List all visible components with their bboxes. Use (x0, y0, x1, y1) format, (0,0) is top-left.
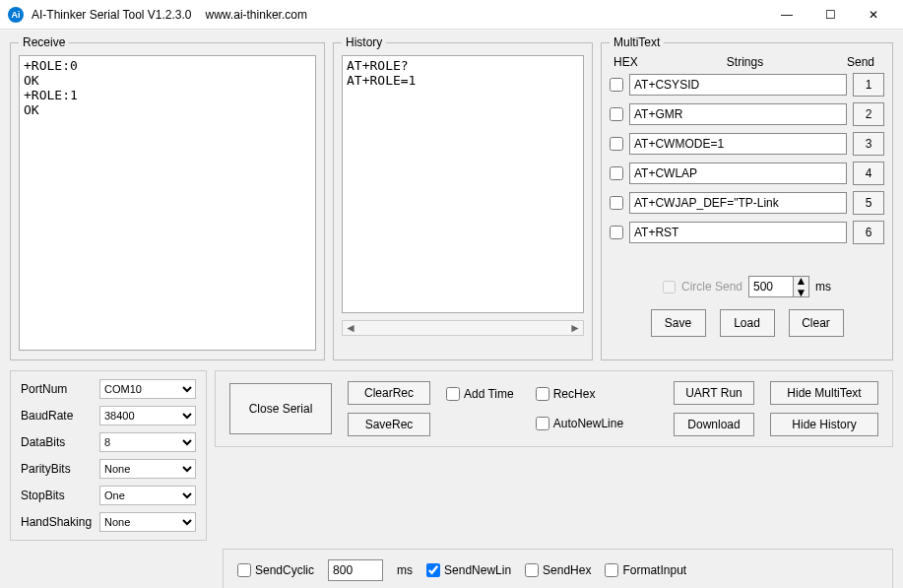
multitext-cmd-input[interactable] (629, 222, 847, 243)
handshaking-select[interactable]: None (99, 512, 196, 532)
multitext-row: 5 (610, 191, 884, 215)
saverec-button[interactable]: SaveRec (348, 413, 430, 436)
multitext-hex-checkbox[interactable] (610, 78, 623, 92)
stopbits-label: StopBits (21, 489, 94, 502)
multitext-row: 6 (610, 221, 884, 244)
rechex-label: RecHex (553, 387, 596, 401)
multitext-cmd-input[interactable] (629, 103, 847, 125)
history-scrollbar[interactable]: ◄► (342, 320, 584, 336)
multitext-head-hex: HEX (613, 55, 649, 69)
databits-label: DataBits (21, 435, 94, 449)
history-textarea[interactable]: AT+ROLE? AT+ROLE=1 (342, 55, 584, 313)
portnum-select[interactable]: COM10 (99, 379, 196, 399)
clearrec-button[interactable]: ClearRec (348, 381, 430, 405)
send-panel: SendCyclic ms SendNewLin SendHex FormatI… (223, 549, 893, 588)
download-button[interactable]: Download (674, 413, 754, 436)
sendhex-checkbox[interactable] (525, 563, 539, 577)
circle-send-unit: ms (815, 280, 831, 294)
handshaking-label: HandShaking (21, 515, 94, 529)
sendnewlin-checkbox[interactable] (426, 563, 440, 577)
sendcyclic-value[interactable] (328, 559, 383, 581)
multitext-hex-checkbox[interactable] (610, 196, 623, 210)
multitext-cmd-input[interactable] (629, 74, 847, 96)
multitext-panel: MultiText HEX Strings Send 123456 Circle… (601, 35, 893, 360)
hide-history-button[interactable]: Hide History (770, 413, 878, 436)
baudrate-select[interactable]: 38400 (99, 406, 196, 425)
multitext-head-send: Send (841, 55, 880, 69)
paritybits-label: ParityBits (21, 462, 94, 476)
multitext-hex-checkbox[interactable] (610, 166, 623, 180)
multitext-row: 2 (610, 102, 884, 126)
multitext-clear-button[interactable]: Clear (789, 309, 844, 337)
multitext-cmd-input[interactable] (629, 163, 847, 184)
multitext-row: 1 (610, 73, 884, 97)
multitext-send-button[interactable]: 2 (853, 102, 884, 126)
autonewline-checkbox[interactable] (536, 417, 549, 430)
title-bar: Ai AI-Thinker Serial Tool V1.2.3.0 www.a… (0, 0, 903, 30)
maximize-button[interactable]: ☐ (808, 0, 852, 30)
multitext-save-button[interactable]: Save (651, 309, 706, 337)
multitext-hex-checkbox[interactable] (610, 226, 623, 239)
circle-send-label: Circle Send (681, 280, 742, 294)
multitext-send-button[interactable]: 6 (853, 221, 884, 244)
circle-send-spinner[interactable]: ▲▼ (748, 276, 809, 297)
multitext-row: 3 (610, 132, 884, 156)
formatinput-checkbox[interactable] (605, 563, 618, 577)
scroll-right-icon[interactable]: ► (569, 321, 581, 335)
paritybits-select[interactable]: None (99, 459, 196, 479)
circle-send-checkbox[interactable] (663, 281, 676, 294)
sendcyclic-checkbox[interactable] (237, 563, 251, 577)
multitext-send-button[interactable]: 4 (853, 162, 884, 185)
sendcyclic-label: SendCyclic (255, 563, 314, 577)
close-window-button[interactable]: ✕ (852, 0, 895, 30)
multitext-cmd-input[interactable] (629, 192, 847, 214)
formatinput-label: FormatInput (622, 563, 686, 577)
sendhex-label: SendHex (543, 563, 591, 577)
multitext-cmd-input[interactable] (629, 133, 847, 155)
autonewline-label: AutoNewLine (553, 417, 623, 430)
multitext-legend: MultiText (610, 35, 664, 49)
control-panel: Close Serial ClearRec SaveRec Add Time R… (215, 370, 893, 447)
sendcyclic-unit: ms (397, 563, 413, 577)
history-panel: History AT+ROLE? AT+ROLE=1 ◄► (333, 35, 593, 360)
minimize-button[interactable]: — (765, 0, 808, 30)
addtime-label: Add Time (464, 387, 514, 401)
multitext-send-button[interactable]: 5 (853, 191, 884, 215)
addtime-checkbox[interactable] (446, 387, 460, 401)
stopbits-select[interactable]: One (99, 486, 196, 505)
receive-legend: Receive (19, 35, 69, 49)
receive-panel: Receive +ROLE:0 OK +ROLE:1 OK (10, 35, 325, 360)
multitext-load-button[interactable]: Load (720, 309, 775, 337)
history-legend: History (342, 35, 386, 49)
close-serial-button[interactable]: Close Serial (229, 383, 332, 434)
receive-textarea[interactable]: +ROLE:0 OK +ROLE:1 OK (19, 55, 316, 351)
baudrate-label: BaudRate (21, 409, 94, 423)
scroll-left-icon[interactable]: ◄ (345, 321, 356, 335)
multitext-hex-checkbox[interactable] (610, 137, 623, 151)
uartrun-button[interactable]: UART Run (674, 381, 754, 405)
sendnewlin-label: SendNewLin (444, 563, 511, 577)
circle-send-value[interactable] (749, 277, 793, 296)
databits-select[interactable]: 8 (99, 432, 196, 452)
spinner-down-icon[interactable]: ▼ (796, 287, 807, 298)
portnum-label: PortNum (21, 382, 94, 396)
multitext-send-button[interactable]: 1 (853, 73, 884, 97)
hide-multitext-button[interactable]: Hide MultiText (770, 381, 878, 405)
rechex-checkbox[interactable] (536, 387, 549, 401)
multitext-hex-checkbox[interactable] (610, 107, 623, 121)
window-url: www.ai-thinker.com (206, 8, 307, 22)
multitext-head-strings: Strings (649, 55, 841, 69)
window-title: AI-Thinker Serial Tool V1.2.3.0 (32, 8, 192, 22)
app-logo: Ai (8, 7, 24, 23)
multitext-row: 4 (610, 162, 884, 185)
port-settings-panel: PortNum COM10 BaudRate 38400 DataBits 8 … (10, 370, 207, 541)
multitext-send-button[interactable]: 3 (853, 132, 884, 156)
